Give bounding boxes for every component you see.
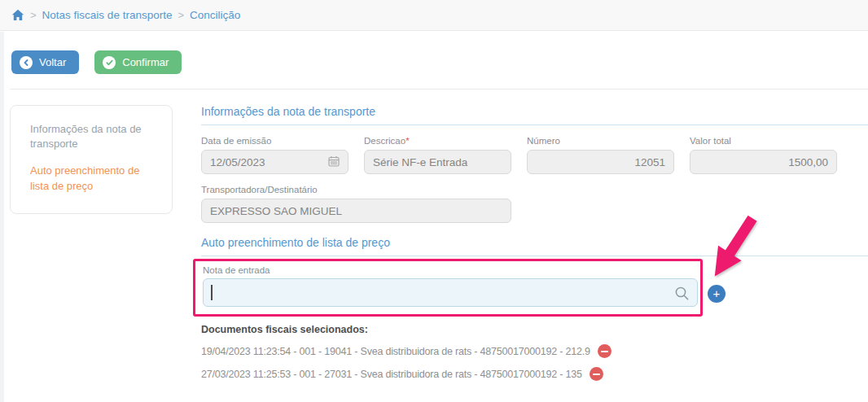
document-text: 27/03/2023 11:25:53 - 001 - 27031 - Svea… [201,369,582,380]
field-label: Valor total [690,136,837,146]
documents-header: Documentos fiscais selecionados: [201,324,868,335]
descricao-input: Série NF-e Entrada [364,150,511,174]
section-title-auto-preenchimento: Auto preenchimento de lista de preço [201,236,868,256]
sidebar: Informações da nota de transporte Auto p… [10,105,173,214]
sidebar-item-informacoes[interactable]: Informações da nota de transporte [30,122,154,151]
remove-document-button[interactable] [598,344,612,358]
field-label: Descricao* [364,136,511,146]
field-numero: Número 12051 [527,136,674,174]
section-title-informacoes: Informações da nota de transporte [201,105,868,125]
breadcrumb-item-concilicao[interactable]: Concilição [190,9,240,21]
breadcrumb: > Notas fiscais de transporte > Conciliç… [0,0,868,31]
field-value: 1500,00 [788,156,828,168]
back-button-label: Voltar [39,56,66,68]
field-label: Data de emissão [201,136,349,146]
field-valor-total: Valor total 1500,00 [690,136,837,174]
document-row: 27/03/2023 11:25:53 - 001 - 27031 - Svea… [201,367,868,381]
page-edge-strip [0,32,4,402]
add-document-button[interactable]: + [708,285,726,303]
field-transportadora: Transportadora/Destinatário EXPRESSO SAO… [201,185,511,223]
field-label: Transportadora/Destinatário [201,185,511,194]
content: Informações da nota de transporte Auto p… [0,90,868,381]
field-label: Nota de entrada [203,265,693,275]
breadcrumb-separator: > [178,9,184,21]
fields-row: Data de emissão 12/05/2023 Descricao* Sé… [201,136,868,174]
back-button[interactable]: Voltar [11,50,79,74]
annotation-highlight-box: Nota de entrada [193,259,703,317]
required-asterisk: * [406,136,409,146]
confirm-button-label: Confirmar [122,56,169,68]
remove-document-button[interactable] [590,367,603,381]
nota-entrada-row: Nota de entrada + [201,259,868,317]
transportadora-input: EXPRESSO SAO MIGUEL [201,199,511,223]
document-row: 19/04/2023 11:23:54 - 001 - 19041 - Svea… [201,344,868,358]
field-value: Série NF-e Entrada [373,156,467,168]
sidebar-item-auto-preenchimento[interactable]: Auto preenchimento de lista de preço [30,164,154,193]
field-label: Número [527,136,674,146]
breadcrumb-item-notas-fiscais[interactable]: Notas fiscais de transporte [42,9,173,21]
nota-entrada-input[interactable] [203,278,698,307]
valor-total-input: 1500,00 [690,150,837,174]
confirm-button[interactable]: Confirmar [94,50,182,74]
field-descricao: Descricao* Série NF-e Entrada [364,136,511,174]
field-data-emissao: Data de emissão 12/05/2023 [201,136,349,174]
check-icon [103,56,116,69]
text-cursor [211,285,213,300]
field-value: EXPRESSO SAO MIGUEL [210,205,342,217]
home-icon[interactable] [11,9,24,21]
plus-icon: + [713,286,721,300]
document-text: 19/04/2023 11:23:54 - 001 - 19041 - Svea… [201,346,590,357]
field-value: 12051 [634,156,665,168]
selected-documents: Documentos fiscais selecionados: 19/04/2… [201,324,868,381]
breadcrumb-separator: > [30,9,37,21]
numero-input: 12051 [527,150,674,174]
chevron-left-icon [20,56,33,69]
toolbar: Voltar Confirmar [0,31,868,89]
search-icon[interactable] [674,286,690,304]
page: > Notas fiscais de transporte > Conciliç… [0,0,868,402]
calendar-icon [328,155,340,169]
main-panel: Informações da nota de transporte Data d… [201,105,868,381]
data-emissao-input: 12/05/2023 [201,150,349,174]
field-value: 12/05/2023 [210,156,265,168]
